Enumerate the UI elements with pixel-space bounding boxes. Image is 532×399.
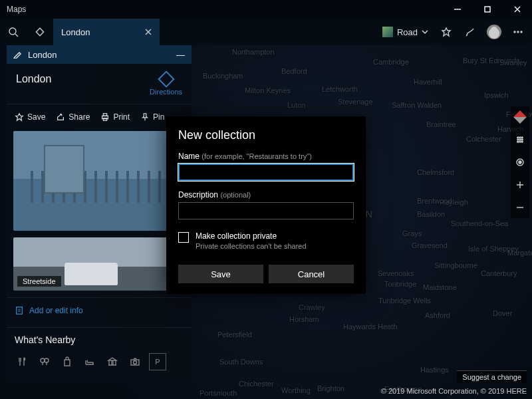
svg-point-5 [521, 31, 522, 33]
panel-actions: Save Share Print Pin [7, 107, 192, 127]
save-action[interactable]: Save [11, 110, 49, 124]
ink-icon[interactable] [460, 22, 480, 42]
svg-point-4 [517, 31, 519, 33]
description-label: Description (optional) [178, 190, 354, 200]
directions-button[interactable]: Directions [150, 73, 182, 96]
nearby-photo-icon[interactable] [126, 353, 144, 370]
panel-title: London [16, 73, 51, 96]
svg-point-15 [519, 161, 521, 164]
account-avatar[interactable] [484, 22, 504, 42]
dialog-title: New collection [178, 128, 354, 142]
streetside-badge: Streetside [17, 276, 61, 287]
main-toolbar: London Road [0, 19, 532, 45]
edit-icon [13, 51, 21, 59]
chevron-down-icon [422, 29, 428, 35]
nearby-restaurants-icon[interactable] [13, 353, 31, 370]
search-icon[interactable] [0, 27, 27, 37]
panel-header[interactable]: London — [7, 45, 192, 64]
svg-point-3 [514, 31, 515, 33]
map-control-rail [511, 106, 529, 218]
pin-action[interactable]: Pin [136, 110, 168, 124]
nearby-shopping-icon[interactable] [59, 353, 76, 370]
tilt-button[interactable] [513, 133, 527, 146]
nearby-categories: P [7, 349, 192, 380]
directions-icon[interactable] [27, 27, 53, 37]
share-action[interactable]: Share [52, 110, 94, 124]
add-edit-info-link[interactable]: Add or edit info [7, 301, 192, 325]
new-collection-dialog: New collection Name (for example, "Resta… [166, 116, 366, 294]
map-view-selector[interactable]: Road [378, 24, 432, 40]
search-tab[interactable]: London [53, 19, 160, 45]
map-view-label: Road [397, 27, 418, 37]
directions-diamond-icon [158, 70, 174, 87]
svg-point-11 [45, 358, 49, 362]
maximize-button[interactable] [472, 0, 502, 19]
map-view-icon [382, 27, 393, 37]
zoom-out-button[interactable] [513, 201, 527, 214]
compass-button[interactable] [513, 110, 527, 124]
tab-label: London [61, 27, 90, 37]
zoom-in-button[interactable] [513, 178, 527, 192]
directions-label: Directions [150, 88, 182, 96]
location-panel: London — London Directions Save Share Pr… [7, 45, 192, 380]
favorites-icon[interactable] [436, 22, 456, 42]
location-photo[interactable] [13, 131, 185, 231]
svg-rect-9 [17, 307, 23, 315]
close-button[interactable] [502, 0, 532, 19]
make-private-sub: Private collections can't be shared [196, 242, 307, 250]
suggest-change-button[interactable]: Suggest a change [457, 370, 527, 383]
name-hint: (for example, "Restaurants to try") [201, 152, 312, 160]
panel-minimize-icon[interactable]: — [176, 50, 185, 60]
nearby-heading: What's Nearby [7, 331, 192, 349]
app-title: Maps [7, 5, 26, 14]
svg-point-10 [41, 358, 45, 362]
streetside-photo[interactable]: Streetside [13, 237, 185, 291]
svg-rect-8 [104, 118, 107, 121]
svg-point-1 [9, 28, 16, 35]
svg-rect-0 [485, 7, 490, 12]
nearby-hotels-icon[interactable] [81, 353, 98, 370]
print-action[interactable]: Print [96, 110, 134, 124]
nearby-parking-icon[interactable]: P [149, 353, 166, 370]
svg-rect-2 [36, 28, 43, 35]
panel-header-text: London [28, 50, 57, 60]
make-private-label: Make collection private [196, 231, 307, 241]
nearby-banks-icon[interactable] [104, 353, 121, 370]
more-icon[interactable] [508, 22, 528, 42]
description-hint: (optional) [220, 191, 251, 199]
minimize-button[interactable] [442, 0, 472, 19]
svg-rect-7 [104, 114, 107, 116]
locate-me-button[interactable] [513, 156, 527, 169]
titlebar: Maps [0, 0, 532, 19]
collection-name-input[interactable] [178, 164, 354, 181]
name-label: Name (for example, "Restaurants to try") [178, 152, 354, 161]
save-button[interactable]: Save [178, 265, 263, 283]
cancel-button[interactable]: Cancel [269, 265, 354, 283]
tab-close-icon[interactable] [145, 27, 152, 37]
make-private-checkbox[interactable] [178, 232, 189, 243]
svg-point-13 [134, 361, 137, 364]
collection-description-input[interactable] [178, 202, 354, 219]
map-attribution: © 2019 Microsoft Corporation, © 2019 HER… [381, 387, 527, 395]
nearby-attractions-icon[interactable] [36, 353, 53, 370]
